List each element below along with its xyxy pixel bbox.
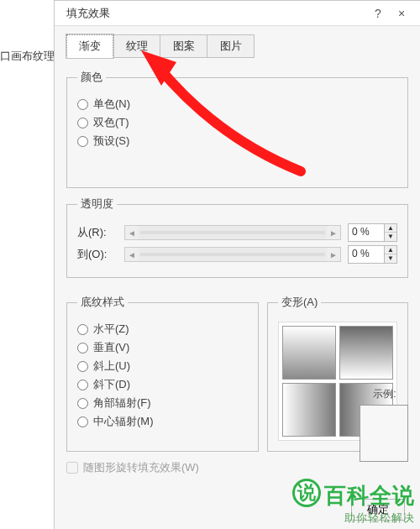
- radio-horizontal-label: 水平(Z): [93, 322, 129, 337]
- from-spin-up[interactable]: ▲: [385, 224, 396, 233]
- to-spin-up[interactable]: ▲: [385, 246, 396, 254]
- rotate-label: 随图形旋转填充效果(W): [83, 460, 199, 475]
- dialog-titlebar: 填充效果 ? ×: [55, 1, 420, 26]
- radio-diag-up-input[interactable]: [77, 361, 88, 372]
- transparency-to-row: 到(O): ◄ ► 0 % ▲ ▼: [77, 245, 397, 264]
- radio-center[interactable]: 中心辐射(M): [77, 414, 248, 429]
- radio-horizontal-input[interactable]: [77, 324, 88, 335]
- sample-label: 示例:: [360, 387, 410, 401]
- shading-style-legend: 底纹样式: [77, 295, 128, 310]
- variant-legend: 变形(A): [278, 295, 321, 310]
- radio-vertical-input[interactable]: [77, 343, 88, 354]
- radio-center-label: 中心辐射(M): [93, 414, 154, 429]
- tab-picture[interactable]: 图片: [207, 34, 255, 58]
- variant-swatch-1[interactable]: [282, 326, 336, 380]
- from-value[interactable]: 0 %: [348, 223, 385, 242]
- help-button[interactable]: ?: [366, 7, 390, 20]
- tab-strip: 渐变 纹理 图案 图片: [55, 26, 420, 58]
- sample-area: 示例:: [360, 387, 410, 462]
- rotate-with-shape[interactable]: 随图形旋转填充效果(W): [66, 460, 408, 475]
- close-button[interactable]: ×: [390, 7, 413, 20]
- radio-preset[interactable]: 预设(S): [77, 134, 397, 149]
- ok-button[interactable]: 确定: [351, 499, 405, 521]
- dialog-buttons: 确定: [351, 499, 405, 521]
- from-slider[interactable]: ◄ ►: [124, 225, 341, 240]
- from-slider-rail[interactable]: [140, 231, 325, 234]
- transparency-legend: 透明度: [77, 196, 117, 212]
- from-spin-down[interactable]: ▼: [385, 233, 396, 241]
- to-slider[interactable]: ◄ ►: [124, 247, 341, 262]
- radio-diag-down[interactable]: 斜下(D): [77, 377, 248, 392]
- chevron-right-icon[interactable]: ►: [327, 226, 340, 239]
- to-label: 到(O):: [77, 247, 118, 262]
- radio-two-color[interactable]: 双色(T): [77, 115, 397, 130]
- color-group: 颜色 单色(N) 双色(T) 预设(S): [66, 70, 408, 188]
- variant-swatch-3[interactable]: [282, 383, 336, 437]
- tab-gradient[interactable]: 渐变: [66, 34, 113, 58]
- radio-one-color-label: 单色(N): [93, 97, 130, 112]
- radio-corner-label: 角部辐射(F): [93, 395, 151, 411]
- from-label: 从(R):: [77, 225, 118, 240]
- color-legend: 颜色: [77, 70, 106, 85]
- radio-corner[interactable]: 角部辐射(F): [77, 395, 248, 411]
- tab-pattern[interactable]: 图案: [160, 34, 207, 58]
- shading-style-group: 底纹样式 水平(Z) 垂直(V) 斜上(U) 斜下(D): [66, 295, 259, 452]
- radio-vertical[interactable]: 垂直(V): [77, 340, 248, 355]
- fill-effects-dialog: 填充效果 ? × 渐变 纹理 图案 图片 颜色 单色(N) 双色(T) 预设(S…: [54, 0, 420, 529]
- to-spin-down[interactable]: ▼: [385, 254, 396, 263]
- radio-horizontal[interactable]: 水平(Z): [77, 322, 248, 337]
- rotate-checkbox[interactable]: [66, 462, 78, 474]
- transparency-from-row: 从(R): ◄ ► 0 % ▲ ▼: [77, 223, 397, 242]
- transparency-group: 透明度 从(R): ◄ ► 0 % ▲ ▼ 到(O):: [66, 196, 408, 278]
- radio-two-color-label: 双色(T): [93, 115, 129, 130]
- radio-diag-up[interactable]: 斜上(U): [77, 359, 248, 374]
- radio-preset-input[interactable]: [77, 136, 88, 147]
- sample-preview: [360, 405, 408, 462]
- radio-one-color[interactable]: 单色(N): [77, 97, 397, 112]
- radio-vertical-label: 垂直(V): [93, 340, 129, 355]
- tab-texture[interactable]: 纹理: [113, 34, 160, 58]
- to-slider-rail[interactable]: [140, 253, 325, 256]
- radio-one-color-input[interactable]: [77, 99, 88, 110]
- chevron-left-icon[interactable]: ◄: [125, 248, 139, 261]
- to-value[interactable]: 0 %: [348, 245, 385, 264]
- radio-preset-label: 预设(S): [93, 134, 129, 149]
- radio-center-input[interactable]: [77, 416, 88, 427]
- dialog-title: 填充效果: [61, 6, 366, 21]
- to-spinner: 0 % ▲ ▼: [348, 245, 397, 264]
- chevron-left-icon[interactable]: ◄: [125, 226, 139, 239]
- from-spinner: 0 % ▲ ▼: [348, 223, 397, 242]
- radio-diag-up-label: 斜上(U): [93, 359, 130, 374]
- radio-corner-input[interactable]: [77, 398, 88, 409]
- radio-diag-down-label: 斜下(D): [93, 377, 130, 392]
- radio-two-color-input[interactable]: [77, 118, 88, 128]
- chevron-right-icon[interactable]: ►: [327, 248, 340, 261]
- variant-swatch-2[interactable]: [339, 326, 393, 380]
- radio-diag-down-input[interactable]: [77, 380, 88, 390]
